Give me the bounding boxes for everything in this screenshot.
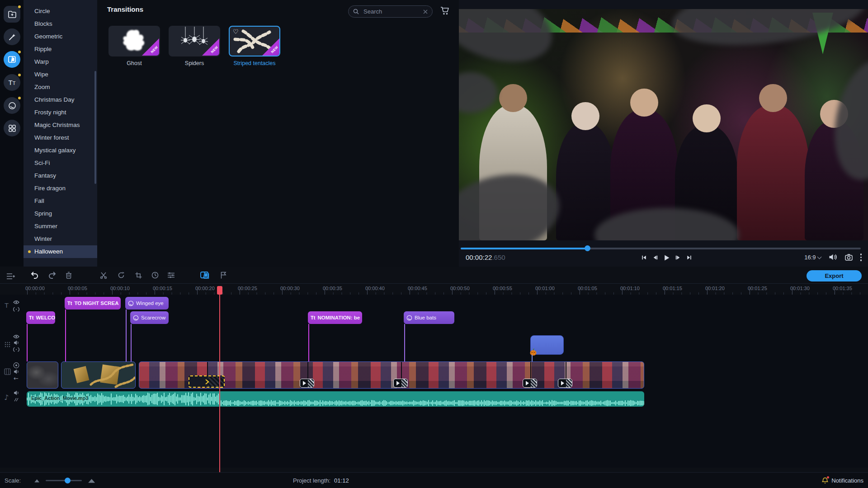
category-spring[interactable]: Spring	[24, 207, 97, 220]
split-scissors-button[interactable]	[99, 270, 108, 280]
title-clip-nomination-be[interactable]: TtNOMINATION: be	[308, 311, 362, 324]
category-mystical-galaxy[interactable]: Mystical galaxy	[24, 144, 97, 157]
video-track-back-arrow[interactable]: ←	[14, 375, 19, 382]
snapshot-camera-icon[interactable]	[845, 254, 853, 261]
category-fall[interactable]: Fall	[24, 195, 97, 207]
ruler-label: 00:01:25	[748, 286, 767, 291]
audio-track-mute-toggle[interactable]	[14, 390, 19, 395]
delete-button[interactable]	[64, 270, 74, 280]
preview-options: 16:9	[804, 253, 862, 261]
overlay-track-visibility-toggle[interactable]	[13, 334, 19, 339]
title-track-visibility-toggle[interactable]	[13, 300, 19, 305]
category-summer[interactable]: Summer	[24, 220, 97, 233]
zoom-slider-handle[interactable]	[65, 478, 71, 483]
category-halloween[interactable]: Halloween	[24, 245, 97, 258]
video-clip[interactable]	[27, 361, 58, 389]
overlay-track-link-toggle[interactable]	[13, 347, 19, 352]
category-warp[interactable]: Warp	[24, 56, 97, 68]
transition-card-ghost[interactable]: NEW Ghost	[108, 26, 160, 66]
preview-video[interactable]	[459, 9, 868, 240]
category-blocks[interactable]: Blocks	[24, 18, 97, 30]
skip-to-start-button[interactable]	[640, 254, 648, 261]
applied-transition-badge[interactable]	[558, 379, 572, 388]
redo-button[interactable]	[47, 270, 57, 280]
play-button[interactable]	[662, 254, 670, 261]
applied-transition-badge[interactable]	[393, 379, 408, 388]
stickers-tab-button[interactable]	[4, 97, 20, 114]
sticker-title-clip-winged-eye[interactable]: Winged eye	[125, 297, 169, 310]
more-options-menu[interactable]	[860, 253, 862, 261]
category-sci-fi[interactable]: Sci-Fi	[24, 157, 97, 169]
rotate-button[interactable]	[116, 270, 126, 280]
applied-transition-badge[interactable]	[300, 379, 314, 388]
category-winter-forest[interactable]: Winter forest	[24, 131, 97, 144]
category-ripple[interactable]: Ripple	[24, 43, 97, 56]
zoom-in-button[interactable]	[88, 479, 95, 483]
clip-speed-button[interactable]	[150, 270, 160, 280]
transition-thumbnail[interactable]: NEW	[169, 26, 220, 56]
export-button[interactable]: Export	[807, 270, 862, 282]
category-frosty-night[interactable]: Frosty night	[24, 106, 97, 119]
clear-search-icon[interactable]	[423, 9, 428, 14]
audio-clip[interactable]: Epic_Action_Movie.mp3	[27, 391, 644, 407]
undo-button[interactable]	[29, 270, 39, 280]
search-box[interactable]	[348, 5, 433, 18]
zoom-out-button[interactable]	[34, 479, 39, 483]
marker-flag-button[interactable]	[218, 270, 228, 280]
magic-wand-button[interactable]	[4, 28, 20, 45]
audio-track-unlink-toggle[interactable]	[14, 397, 19, 402]
transition-card-striped-tentacles[interactable]: ♡ NEW Striped tentacles	[229, 26, 280, 66]
sticker-clip[interactable]	[530, 335, 564, 355]
timeline-ruler[interactable]: 00:00:0000:00:0500:00:1000:00:1500:00:20…	[0, 283, 868, 295]
transition-thumbnail[interactable]: NEW	[108, 26, 160, 56]
crop-button[interactable]	[133, 270, 143, 280]
skip-to-end-button[interactable]	[685, 254, 693, 261]
category-scrollbar[interactable]	[94, 71, 96, 184]
sticker-icon	[133, 315, 139, 321]
title-clip-welco[interactable]: TtWELCO	[26, 311, 55, 324]
search-input[interactable]	[363, 8, 420, 15]
seek-bar[interactable]	[461, 248, 861, 249]
applied-transition-badge[interactable]	[523, 379, 537, 388]
sticker-title-clip-blue-bats[interactable]: Blue bats	[404, 311, 454, 324]
transition-wizard-button[interactable]	[200, 270, 210, 280]
clip-properties-button[interactable]	[166, 270, 176, 280]
transition-card-spiders[interactable]: NEW Spiders	[169, 26, 220, 66]
import-button[interactable]	[4, 6, 20, 23]
category-zoom[interactable]: Zoom	[24, 81, 97, 94]
store-cart-icon[interactable]	[440, 6, 450, 15]
playhead-marker[interactable]	[217, 286, 222, 295]
overlay-track-mute-toggle[interactable]	[14, 340, 19, 345]
video-clip[interactable]	[61, 361, 136, 389]
category-circle[interactable]: Circle	[24, 5, 97, 18]
video-track-mute-toggle[interactable]	[14, 369, 19, 374]
category-christmas-day[interactable]: Christmas Day	[24, 94, 97, 106]
ruler-label: 00:00:10	[110, 286, 130, 291]
category-fantasy[interactable]: Fantasy	[24, 169, 97, 182]
transition-thumbnail[interactable]: ♡ NEW	[229, 26, 280, 56]
sticker-title-clip-scarecrow[interactable]: Scarecrow	[130, 311, 169, 324]
category-winter[interactable]: Winter	[24, 233, 97, 245]
next-frame-button[interactable]	[674, 254, 682, 261]
titles-tab-button[interactable]: TT	[4, 74, 20, 91]
more-tools-button[interactable]	[4, 120, 20, 136]
category-magic-christmas[interactable]: Magic Christmas	[24, 119, 97, 131]
category-label: Halloween	[34, 248, 63, 255]
aspect-ratio-select[interactable]: 16:9	[804, 254, 821, 261]
category-fire-dragon[interactable]: Fire dragon	[24, 182, 97, 195]
add-track-button[interactable]	[6, 272, 15, 280]
seek-handle[interactable]	[585, 245, 590, 251]
transitions-tab-button[interactable]	[4, 51, 20, 68]
category-geometric[interactable]: Geometric	[24, 30, 97, 43]
favorite-heart-icon[interactable]: ♡	[233, 28, 239, 35]
video-track-visibility-toggle[interactable]	[13, 362, 19, 368]
timeline-zoom-slider[interactable]	[46, 480, 82, 481]
seek-progress	[461, 248, 587, 249]
title-track-link-toggle[interactable]	[13, 307, 19, 312]
volume-icon[interactable]	[829, 253, 837, 261]
title-clip-to-night-screa[interactable]: TtTO NIGHT SCREA	[65, 297, 121, 310]
category-wipe[interactable]: Wipe	[24, 68, 97, 81]
previous-frame-button[interactable]	[651, 254, 659, 261]
ruler-label: 00:00:00	[25, 286, 45, 291]
notifications-button[interactable]: Notifications	[822, 473, 863, 488]
